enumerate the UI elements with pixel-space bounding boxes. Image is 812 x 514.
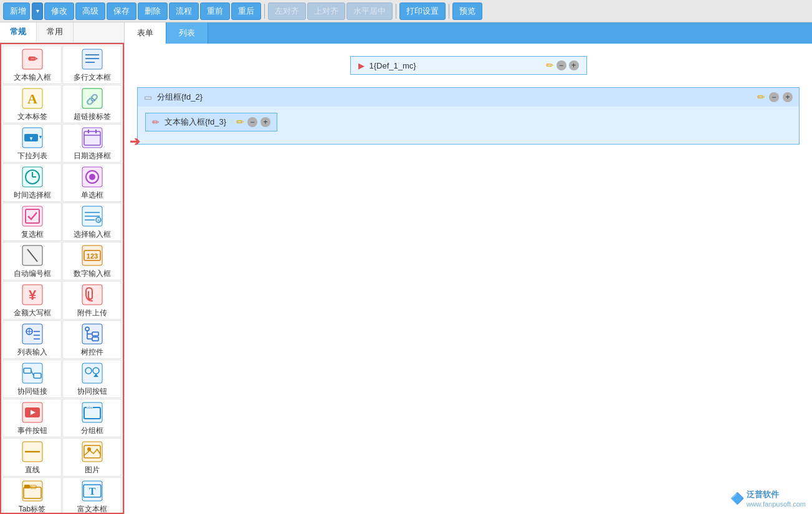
print-setup-button[interactable]: 打印设置 [399,2,446,20]
collab-link-label: 协同链接 [17,387,47,396]
align-center-button[interactable]: 水平居中 [346,2,393,20]
svg-text:T: T [88,486,95,497]
autonumber-label: 自动编号框 [14,269,51,278]
widget-text-label[interactable]: A 文本标签 [2,85,62,123]
widget-tab-label[interactable]: Tab标签 [2,477,62,514]
line-label: 直线 [25,465,40,474]
right-tab-bar: 表单 列表 [125,22,812,44]
canvas-arrow: ➔ [130,134,140,149]
radio-icon [81,166,103,188]
line-icon [21,440,44,463]
group-box-actions: ✏ − + [757,92,793,103]
event-btn-label: 事件按钮 [17,426,47,435]
number-input-label: 数字输入框 [74,269,111,278]
timepicker-label: 时间选择框 [14,191,51,199]
watermark-text-area: 泛普软件 www.fanpusoft.com [747,489,806,508]
group-box-body: ✏ 文本输入框{fd_3} ✏ − + [138,107,799,144]
svg-text:A: A [27,91,37,107]
save-button[interactable]: 保存 [107,2,136,20]
group-box-title-area: ▭ 分组框{fd_2} [144,92,203,103]
widget-attachment[interactable]: 附件上传 [62,281,122,320]
widget-dropdown[interactable]: ▼ 下拉列表 [2,124,62,163]
text-label-label: 文本标签 [17,112,47,121]
widget-rich-text[interactable]: T 富文本框 [62,477,122,514]
attachment-icon [81,283,103,306]
widget-timepicker[interactable]: 时间选择框 [2,163,62,202]
number-input-icon: 123 [81,244,103,267]
widget-grid: ✏ 文本输入框 多行文本框 [0,43,124,514]
widget-datepicker[interactable]: 日期选择框 [62,124,122,163]
new-arrow[interactable]: ▾ [32,2,43,20]
group-box-edit-btn[interactable]: ✏ [757,92,765,103]
main-field-actions: ✏ − + [546,60,579,71]
tree-icon [81,323,103,345]
main-field-minus-btn[interactable]: − [556,60,566,70]
select-input-label: 选择输入框 [74,230,111,239]
delete-button[interactable]: 删除 [138,2,168,20]
align-left-button[interactable]: 左对齐 [268,2,306,20]
group-box-header: ▭ 分组框{fd_2} ✏ − + [138,88,799,107]
event-btn-icon [21,401,44,424]
watermark-brand: 泛普软件 [747,489,806,500]
widget-amount[interactable]: ¥ 金额大写框 [2,281,62,320]
group-box-plus-btn[interactable]: + [783,92,793,102]
text-field-item[interactable]: ✏ 文本输入框{fd_3} ✏ − + [145,113,277,131]
separator-2 [396,4,396,19]
tab-normal[interactable]: 常规 [0,22,37,42]
widget-image[interactable]: 图片 [62,438,122,477]
widget-radio[interactable]: 单选框 [62,163,122,202]
svg-rect-75 [22,481,42,501]
left-panel: 常规 常用 ✏ 文本输入框 [0,22,125,514]
list-input-label: 列表输入 [17,348,47,356]
redo-button[interactable]: 重后 [231,2,261,20]
new-button[interactable]: 新增 [3,2,30,20]
svg-text:¥: ¥ [28,287,36,303]
text-field-edit-btn[interactable]: ✏ [236,117,244,128]
main-field-name: 1{Def_1_mc} [370,61,541,70]
checkbox-label: 复选框 [21,230,44,239]
edit-button[interactable]: 修改 [44,2,74,20]
widget-select-input[interactable]: ≡ 选择输入框 [62,202,122,241]
widget-text-input[interactable]: ✏ 文本输入框 [2,45,62,84]
main-field-plus-btn[interactable]: + [569,60,579,70]
align-top-button[interactable]: 上对齐 [307,2,345,20]
svg-text:abc: abc [87,406,93,409]
widget-number-input[interactable]: 123 数字输入框 [62,242,122,280]
widget-hyperlink[interactable]: 🔗 超链接标签 [62,85,122,123]
widget-tree[interactable]: 树控件 [62,320,122,359]
widget-event-btn[interactable]: 事件按钮 [2,399,62,437]
widget-list-input[interactable]: 列表输入 [2,320,62,359]
widget-collab-link[interactable]: 协同链接 [2,359,62,398]
widget-checkbox[interactable]: 复选框 [2,202,62,241]
dropdown-icon: ▼ [21,126,44,149]
main-field-star: ▶ [358,61,365,70]
main-field-edit-btn[interactable]: ✏ [546,60,554,71]
group-box-minus-btn[interactable]: − [769,92,779,102]
widget-autonumber[interactable]: 自动编号框 [2,242,62,280]
tab-form[interactable]: 表单 [125,22,166,44]
multiline-label: 多行文本框 [74,73,111,82]
text-field-minus-btn[interactable]: − [247,117,257,127]
widget-group-box[interactable]: abc 分组框 [62,399,122,437]
widget-multiline[interactable]: 多行文本框 [62,45,122,84]
preview-button[interactable]: 预览 [452,2,482,20]
svg-rect-77 [24,485,30,488]
main-field[interactable]: ▶ 1{Def_1_mc} ✏ − + [350,56,587,75]
checkbox-icon [21,205,44,227]
tab-common[interactable]: 常用 [37,22,74,42]
tab-list[interactable]: 列表 [166,22,208,44]
widget-line[interactable]: 直线 [2,438,62,477]
advanced-button[interactable]: 高级 [75,2,105,20]
flow-button[interactable]: 流程 [169,2,199,20]
text-label-icon: A [21,87,44,110]
widget-collab-btn[interactable]: 协同按钮 [62,359,122,398]
svg-point-25 [89,174,95,180]
watermark-url: www.fanpusoft.com [747,500,806,508]
undo-button[interactable]: 重前 [200,2,230,20]
svg-text:123: 123 [86,252,97,260]
multiline-icon [81,48,103,70]
separator-1 [264,4,265,19]
tab-label-label: Tab标签 [19,505,45,513]
text-field-icon: ✏ [152,117,160,127]
text-field-plus-btn[interactable]: + [260,117,270,127]
